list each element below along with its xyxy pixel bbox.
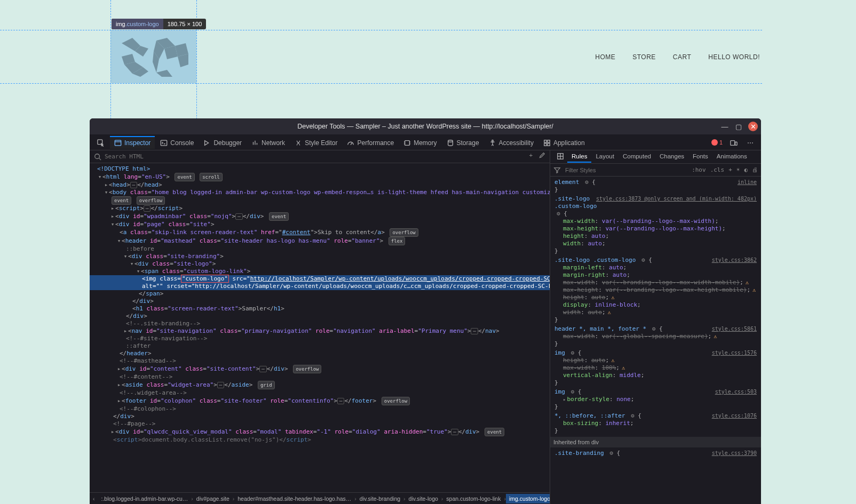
svg-rect-15 bbox=[161, 140, 167, 146]
add-rule-button[interactable]: + bbox=[728, 166, 732, 173]
warning-icon[interactable]: ⚠ bbox=[611, 357, 614, 363]
dom-node: </header> bbox=[90, 350, 550, 357]
dom-node: ▸<div id="content" class="site-content">… bbox=[90, 365, 550, 373]
minimize-button[interactable]: — bbox=[720, 122, 729, 131]
warning-icon[interactable]: ⚠ bbox=[608, 309, 611, 315]
light-scheme-button[interactable]: ☀ bbox=[736, 166, 740, 173]
dom-pseudo: ::after bbox=[90, 342, 550, 350]
breadcrumb-item[interactable]: span.custom-logo-link bbox=[443, 494, 504, 503]
dom-comment: <!--.site-branding--> bbox=[90, 320, 550, 327]
dom-node: ▾<header id="masthead" class="site-heade… bbox=[90, 237, 550, 245]
maximize-button[interactable]: ▢ bbox=[734, 122, 743, 131]
gear-icon: ⚙ bbox=[585, 179, 589, 186]
dom-node: ▾<div class="site-branding"> bbox=[90, 253, 550, 260]
dom-search-bar: + bbox=[90, 150, 550, 163]
dom-node: ▾<div id="page" class="site"> bbox=[90, 221, 550, 228]
tab-storage[interactable]: Storage bbox=[442, 136, 484, 149]
css-rule[interactable]: .site-logo .custom-logo ⚙ {style.css:386… bbox=[554, 257, 757, 324]
svg-rect-29 bbox=[735, 142, 738, 145]
dom-comment: <!--#site-navigation--> bbox=[90, 335, 550, 342]
dom-comment: <!--#colophon--> bbox=[90, 405, 550, 413]
breadcrumb-item[interactable]: header#masthead.site-header.has-logo.has… bbox=[234, 494, 354, 503]
dom-panel: + <!DOCTYPE html> ▾<html lang="en-US"> e… bbox=[90, 150, 550, 504]
dom-node: ▸<div id="wpadminbar" class="nojq">⋯</di… bbox=[90, 212, 550, 221]
dom-tree[interactable]: <!DOCTYPE html> ▾<html lang="en-US"> eve… bbox=[90, 163, 550, 492]
gear-icon: ⚙ bbox=[652, 325, 656, 332]
breadcrumb-item[interactable]: div#page.site bbox=[193, 494, 233, 503]
warning-icon[interactable]: ⚠ bbox=[611, 294, 614, 300]
tab-accessibility[interactable]: Accessibility bbox=[485, 136, 538, 149]
kebab-menu[interactable]: ⋯ bbox=[743, 136, 758, 149]
eyedropper-button[interactable] bbox=[538, 152, 545, 161]
warning-icon[interactable]: ⚠ bbox=[714, 333, 717, 339]
nav-link-hello[interactable]: HELLO WORLD! bbox=[708, 53, 760, 61]
svg-rect-27 bbox=[548, 143, 550, 145]
bc-scroll-left[interactable]: ‹ bbox=[90, 495, 98, 502]
tab-performance[interactable]: Performance bbox=[343, 136, 398, 149]
dom-comment: <!--#page--> bbox=[90, 420, 550, 428]
breadcrumb-item-selected[interactable]: img.custom-logo bbox=[506, 494, 550, 503]
window-title: Developer Tools — Sampler – Just another… bbox=[297, 123, 553, 130]
warning-icon[interactable]: ⚠ bbox=[622, 365, 625, 371]
dom-node: ▾<div class="site-logo"> bbox=[90, 260, 550, 268]
gear-icon: ⚙ bbox=[631, 412, 635, 419]
dom-node: ▾<html lang="en-US"> event scroll bbox=[90, 173, 550, 181]
dom-node: ▸<div id="qlwcdc_quick_view_modal" class… bbox=[90, 428, 550, 436]
print-button[interactable]: 🖨 bbox=[752, 166, 758, 173]
styles-tab-animations[interactable]: Animations bbox=[712, 151, 751, 163]
filter-input[interactable] bbox=[565, 167, 687, 173]
css-rule[interactable]: img ⚙ {style.css:1576 height: auto;⚠ max… bbox=[554, 349, 757, 387]
css-rule[interactable]: element ⚙ {inline} bbox=[554, 179, 757, 194]
rules-list[interactable]: element ⚙ {inline} .site-logostyle.css:3… bbox=[550, 177, 761, 504]
pick-element-button[interactable] bbox=[93, 136, 109, 149]
css-rule[interactable]: .site-branding ⚙ {style.css:3790 bbox=[554, 450, 757, 457]
dom-node: ▸<script>⋯</script> bbox=[90, 205, 550, 212]
css-rule[interactable]: *, ::before, ::after ⚙ {style.css:1076 b… bbox=[554, 412, 757, 435]
selected-element-highlight bbox=[110, 30, 196, 83]
css-rule[interactable]: header *, main *, footer * ⚙ {style.css:… bbox=[554, 325, 757, 348]
nav-link-home[interactable]: HOME bbox=[595, 53, 615, 61]
filter-row: :hov .cls + ☀ ◐ 🖨 bbox=[550, 164, 761, 177]
svg-point-23 bbox=[492, 140, 493, 141]
css-rule[interactable]: img ⚙ {style.css:503 ▸border-style: none… bbox=[554, 388, 757, 411]
responsive-mode-button[interactable] bbox=[726, 136, 742, 149]
error-count[interactable]: 1 bbox=[709, 139, 725, 146]
tab-memory[interactable]: Memory bbox=[399, 136, 441, 149]
cls-button[interactable]: .cls bbox=[710, 166, 725, 173]
tab-inspector[interactable]: Inspector bbox=[110, 136, 155, 149]
gear-icon: ⚙ bbox=[571, 388, 575, 395]
styles-tab-computed[interactable]: Computed bbox=[619, 151, 655, 163]
tab-debugger[interactable]: Debugger bbox=[199, 136, 246, 149]
css-rule[interactable]: .site-logostyle.css:3873 @only screen an… bbox=[554, 195, 757, 255]
titlebar[interactable]: Developer Tools — Sampler – Just another… bbox=[90, 118, 761, 134]
breadcrumb-item[interactable]: div.site-logo bbox=[406, 494, 441, 503]
breadcrumb-item[interactable]: div.site-branding bbox=[356, 494, 403, 503]
tab-console[interactable]: Console bbox=[156, 136, 198, 149]
styles-tab-rules[interactable]: Rules bbox=[567, 151, 591, 163]
add-node-button[interactable]: + bbox=[529, 152, 533, 161]
dom-node: ▸<aside class="widget-area">⋯</aside> gr… bbox=[90, 381, 550, 389]
element-tooltip: img.custom-logo 180.75 × 100 bbox=[112, 19, 206, 29]
styles-tab-layout[interactable]: Layout bbox=[591, 151, 619, 163]
search-input[interactable] bbox=[105, 153, 526, 160]
styles-tab-changes[interactable]: Changes bbox=[655, 151, 688, 163]
gear-icon: ⚙ bbox=[571, 349, 575, 356]
svg-rect-26 bbox=[544, 143, 546, 145]
svg-rect-24 bbox=[544, 140, 546, 142]
layout-icon[interactable] bbox=[553, 150, 567, 163]
warning-icon[interactable]: ⚠ bbox=[746, 279, 749, 285]
styles-tab-fonts[interactable]: Fonts bbox=[688, 151, 712, 163]
hov-button[interactable]: :hov bbox=[692, 166, 706, 173]
tab-style-editor[interactable]: Style Editor bbox=[290, 136, 342, 149]
breadcrumb-item[interactable]: :.blog.logged-in.admin-bar.wp-cu… bbox=[98, 494, 192, 503]
dom-node: </div> bbox=[90, 313, 550, 320]
styles-panel: Rules Layout Computed Changes Fonts Anim… bbox=[550, 150, 761, 504]
close-button[interactable]: ✕ bbox=[748, 122, 758, 131]
tab-network[interactable]: Network bbox=[247, 136, 289, 149]
warning-icon[interactable]: ⚠ bbox=[752, 287, 756, 293]
tab-application[interactable]: Application bbox=[539, 136, 589, 149]
nav-link-cart[interactable]: CART bbox=[673, 53, 691, 61]
svg-rect-17 bbox=[405, 140, 410, 145]
nav-link-store[interactable]: STORE bbox=[632, 53, 656, 61]
dark-scheme-button[interactable]: ◐ bbox=[744, 166, 748, 173]
